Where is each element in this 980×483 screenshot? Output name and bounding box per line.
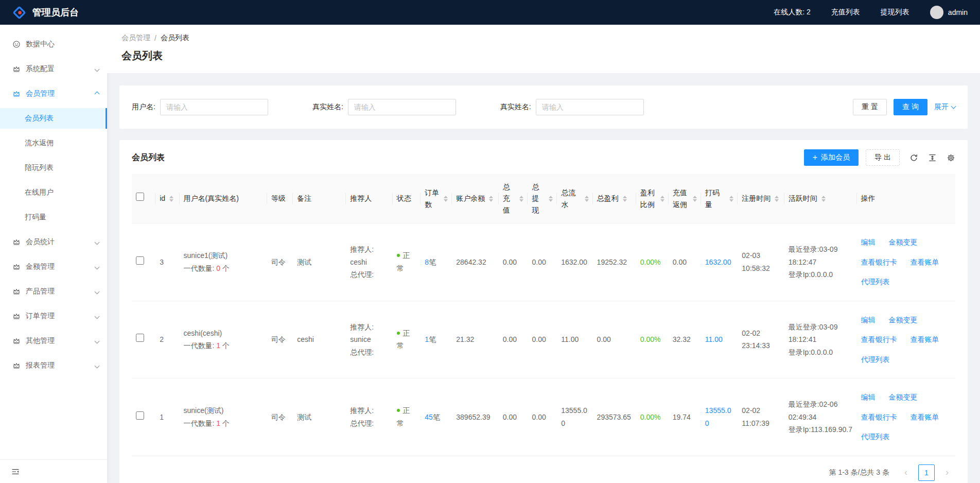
sidebar-item-member-management[interactable]: 会员管理 [0,83,107,104]
user-menu[interactable]: admin [930,6,968,19]
edit-link[interactable]: 编辑 [861,236,876,249]
cell-orders: 1笔 [421,301,452,378]
col-total-recharge[interactable]: 总充值 [499,174,528,223]
expand-link[interactable]: 展开 [934,102,955,112]
cell-id: 3 [155,223,179,301]
cell-username: sunice(测试) 一代数量: 1 个 [180,378,267,456]
settings-gear-icon[interactable] [947,153,955,162]
next-page-icon[interactable]: › [939,464,955,481]
col-id[interactable]: id [155,174,179,223]
sidebar-item-flow-rebate[interactable]: 流水返佣 [0,133,107,153]
chevron-down-icon [95,239,100,245]
row-checkbox[interactable] [136,256,144,265]
view-bankcard-link[interactable]: 查看银行卡 [861,256,897,269]
sort-carets-icon [775,196,779,202]
amount-change-link[interactable]: 金额变更 [889,236,918,249]
avatar [930,6,943,19]
username-input[interactable] [160,99,268,115]
cell-total-withdraw: 0.00 [528,223,557,301]
sidebar-item-member-list[interactable]: 会员列表 [0,108,107,129]
agent-list-link[interactable]: 代理列表 [861,353,890,366]
view-bankcard-link[interactable]: 查看银行卡 [861,411,897,424]
app-title: 管理员后台 [32,6,79,19]
agent-list-link[interactable]: 代理列表 [861,275,890,288]
realname-input-1[interactable] [348,99,456,115]
top-navbar: 管理员后台 在线人数: 2 充值列表 提现列表 admin [0,0,980,25]
cell-ops: 编辑 金额变更 查看银行卡 查看账单 代理列表 [857,223,955,301]
crown-icon [12,90,21,98]
cell-dama[interactable]: 11.00 [701,301,738,378]
cell-total-profit: 19252.32 [593,223,636,301]
sidebar-item-product-management[interactable]: 产品管理 [0,281,107,302]
edit-link[interactable]: 编辑 [861,314,876,326]
row-checkbox[interactable] [136,411,144,420]
view-bankcard-link[interactable]: 查看银行卡 [861,333,897,346]
col-total-withdraw[interactable]: 总提现 [528,174,557,223]
agent-list-link[interactable]: 代理列表 [861,430,890,443]
cell-recharge-rebate: 0.00 [669,223,701,301]
cell-reg-time: 02-0211:07:39 [738,378,784,456]
sidebar-item-system-config[interactable]: 系统配置 [0,59,107,79]
sidebar-item-dama-volume[interactable]: 打码量 [0,207,107,228]
menu-fold-icon[interactable] [11,468,20,476]
cell-dama[interactable]: 1632.00 [701,223,738,301]
sort-carets-icon [623,196,627,202]
col-username: 用户名(真实姓名) [180,174,267,223]
crown-icon [12,312,21,320]
view-bill-link[interactable]: 查看账单 [911,333,939,346]
sidebar: 数据中心 系统配置 会员管理 会员列表 流水返佣 陪玩列表 在线 [0,25,107,483]
col-profit-ratio[interactable]: 盈利比例 [636,174,669,223]
sidebar-item-order-management[interactable]: 订单管理 [0,306,107,326]
sort-carets-icon [821,196,826,202]
table-row: 1 sunice(测试) 一代数量: 1 个 司令 测试 推荐人: 总代理: [132,378,955,456]
col-total-profit[interactable]: 总盈利 [593,174,636,223]
cell-total-recharge: 0.00 [499,301,528,378]
cell-remark: 测试 [293,223,346,301]
col-balance[interactable]: 账户余额 [452,174,498,223]
col-total-flow[interactable]: 总流水 [557,174,592,223]
export-button[interactable]: 导 出 [866,149,900,166]
select-all-checkbox[interactable] [136,193,144,201]
breadcrumb-parent[interactable]: 会员管理 [121,33,150,43]
prev-page-icon[interactable]: ‹ [898,464,914,481]
reload-icon[interactable] [909,153,918,162]
col-orders[interactable]: 订单数 [421,174,452,223]
column-height-icon[interactable] [928,153,937,162]
edit-link[interactable]: 编辑 [861,391,876,404]
sidebar-item-companion-list[interactable]: 陪玩列表 [0,158,107,178]
chevron-down-icon [95,264,100,269]
sidebar-item-data-center[interactable]: 数据中心 [0,34,107,55]
sort-carets-icon [549,196,553,202]
col-reg-time[interactable]: 注册时间 [738,174,784,223]
amount-change-link[interactable]: 金额变更 [889,391,918,404]
sidebar-item-online-users[interactable]: 在线用户 [0,182,107,203]
page-number[interactable]: 1 [918,464,935,481]
sidebar-item-report-management[interactable]: 报表管理 [0,355,107,376]
sidebar-item-other-management[interactable]: 其他管理 [0,331,107,351]
cell-profit-ratio: 0.00% [636,301,669,378]
sort-carets-icon [693,196,697,202]
row-checkbox[interactable] [136,334,144,342]
sidebar-item-member-stats[interactable]: 会员统计 [0,232,107,252]
cell-ops: 编辑 金额变更 查看银行卡 查看账单 代理列表 [857,378,955,456]
view-bill-link[interactable]: 查看账单 [911,256,939,269]
online-count: 在线人数: 2 [774,8,811,17]
realname-input-2[interactable] [536,99,644,115]
col-dama[interactable]: 打码量 [701,174,738,223]
reset-button[interactable]: 重 置 [853,99,887,115]
sidebar-item-amount-management[interactable]: 金额管理 [0,256,107,277]
status-dot-icon [397,409,400,412]
view-bill-link[interactable]: 查看账单 [911,411,939,424]
crown-icon [12,361,21,370]
query-button[interactable]: 查 询 [894,99,927,115]
col-active-time[interactable]: 活跃时间 [784,174,857,223]
cell-reg-time: 02-0223:14:33 [738,301,784,378]
amount-change-link[interactable]: 金额变更 [889,314,918,326]
nav-withdraw-list[interactable]: 提现列表 [881,8,909,17]
nav-recharge-list[interactable]: 充值列表 [831,8,860,17]
chevron-down-icon [95,338,100,343]
col-recharge-rebate[interactable]: 充值返佣 [669,174,701,223]
crown-icon [12,287,21,296]
add-member-button[interactable]: +添加会员 [804,149,859,166]
cell-dama[interactable]: 13555.00 [701,378,738,456]
